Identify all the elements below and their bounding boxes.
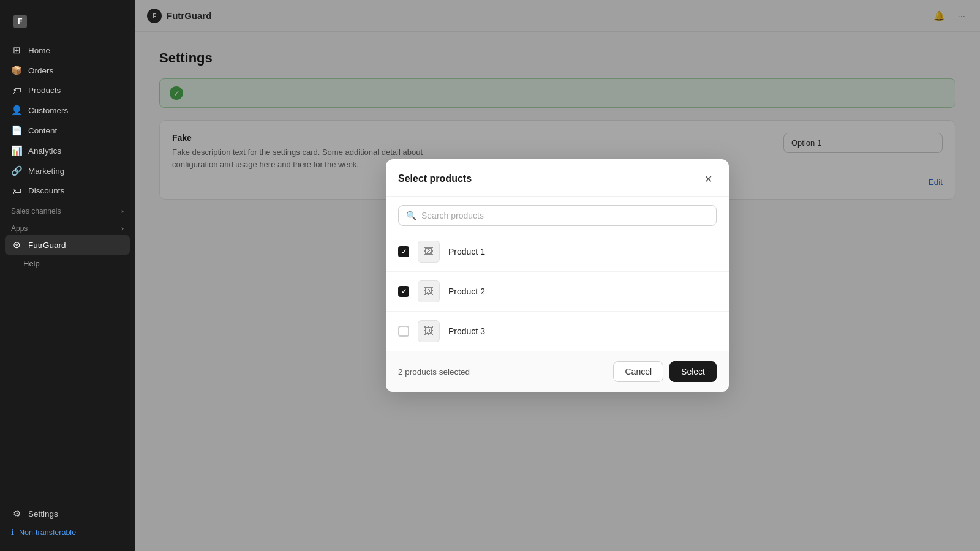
non-transferable-label: Non-transferable <box>19 528 76 537</box>
product-2-thumbnail: 🖼 <box>418 280 440 302</box>
modal-header: Select products ✕ <box>386 159 729 197</box>
sidebar-item-settings[interactable]: ⚙ Settings <box>5 504 130 523</box>
cancel-button[interactable]: Cancel <box>613 361 663 382</box>
product-row-3[interactable]: 🖼 Product 3 <box>386 312 729 351</box>
sidebar-item-futrguard[interactable]: ⊛ FutrGuard <box>5 235 130 255</box>
sidebar-item-products-label: Products <box>28 86 61 95</box>
sidebar-item-help-label: Help <box>23 259 40 268</box>
main-area: F FutrGuard 🔔 ··· Settings ✓ Fake Fake d… <box>135 0 980 551</box>
sidebar-item-marketing-label: Marketing <box>28 167 64 176</box>
product-1-thumbnail: 🖼 <box>418 241 440 263</box>
products-icon: 🏷 <box>11 85 22 96</box>
product-3-thumbnail: 🖼 <box>418 320 440 342</box>
modal-product-list: 🖼 Product 1 🖼 Product 2 🖼 Product 3 <box>386 232 729 351</box>
info-icon: ℹ <box>11 528 14 537</box>
sidebar-item-home[interactable]: ⊞ Home <box>5 40 130 60</box>
sidebar-item-analytics-label: Analytics <box>28 146 61 156</box>
select-products-modal: Select products ✕ 🔍 🖼 Product 1 🖼 Produc… <box>386 159 729 392</box>
product-1-checkbox[interactable] <box>398 246 409 257</box>
product-2-checkbox[interactable] <box>398 286 409 297</box>
sidebar-brand[interactable]: F <box>7 10 127 33</box>
sidebar-brand-icon: F <box>13 15 27 28</box>
sidebar-item-content-label: Content <box>28 126 57 135</box>
home-icon: ⊞ <box>11 45 22 56</box>
product-row-2[interactable]: 🖼 Product 2 <box>386 272 729 312</box>
sales-channels-section: Sales channels › <box>5 201 130 218</box>
discounts-icon: 🏷 <box>11 186 22 196</box>
sidebar-nav: ⊞ Home 📦 Orders 🏷 Products 👤 Customers 📄… <box>0 38 135 499</box>
product-3-name: Product 3 <box>448 326 485 336</box>
sidebar-item-home-label: Home <box>28 46 50 55</box>
futrguard-icon: ⊛ <box>11 239 22 250</box>
sales-channels-label: Sales channels <box>11 207 61 216</box>
product-2-name: Product 2 <box>448 287 485 296</box>
modal-title: Select products <box>398 173 472 184</box>
search-input[interactable] <box>421 211 709 220</box>
selected-count-text: 2 products selected <box>398 367 470 377</box>
sidebar-non-transferable[interactable]: ℹ Non-transferable <box>5 523 130 541</box>
sidebar-item-marketing[interactable]: 🔗 Marketing <box>5 161 130 181</box>
sidebar-item-help[interactable]: Help <box>5 255 130 272</box>
select-button[interactable]: Select <box>669 361 717 382</box>
sidebar-settings-label: Settings <box>28 509 58 519</box>
sidebar-item-orders-label: Orders <box>28 66 53 75</box>
modal-close-button[interactable]: ✕ <box>699 170 717 187</box>
sidebar-item-customers[interactable]: 👤 Customers <box>5 100 130 120</box>
sidebar-item-customers-label: Customers <box>28 106 68 115</box>
apps-expand-icon[interactable]: › <box>121 224 124 233</box>
sidebar-item-products[interactable]: 🏷 Products <box>5 81 130 100</box>
search-input-wrap: 🔍 <box>398 205 717 226</box>
product-1-name: Product 1 <box>448 247 485 257</box>
orders-icon: 📦 <box>11 65 22 76</box>
sidebar-item-orders[interactable]: 📦 Orders <box>5 61 130 80</box>
apps-label: Apps <box>11 224 28 233</box>
sidebar-item-discounts[interactable]: 🏷 Discounts <box>5 181 130 200</box>
sales-channels-expand-icon[interactable]: › <box>121 207 124 216</box>
sidebar: F ⊞ Home 📦 Orders 🏷 Products 👤 Customers… <box>0 0 135 551</box>
content-icon: 📄 <box>11 125 22 136</box>
product-3-checkbox[interactable] <box>398 326 409 337</box>
analytics-icon: 📊 <box>11 145 22 156</box>
sidebar-bottom: ⚙ Settings ℹ Non-transferable <box>0 499 135 551</box>
apps-section: Apps › <box>5 218 130 235</box>
modal-footer: 2 products selected Cancel Select <box>386 351 729 392</box>
sidebar-item-content[interactable]: 📄 Content <box>5 121 130 140</box>
footer-buttons: Cancel Select <box>613 361 717 382</box>
product-row-1[interactable]: 🖼 Product 1 <box>386 232 729 272</box>
sidebar-item-discounts-label: Discounts <box>28 186 64 195</box>
settings-icon: ⚙ <box>11 508 22 519</box>
modal-search-area: 🔍 <box>386 197 729 232</box>
customers-icon: 👤 <box>11 105 22 116</box>
sidebar-item-futrguard-label: FutrGuard <box>28 241 66 250</box>
marketing-icon: 🔗 <box>11 165 22 176</box>
sidebar-item-analytics[interactable]: 📊 Analytics <box>5 141 130 160</box>
search-icon: 🔍 <box>406 211 417 220</box>
